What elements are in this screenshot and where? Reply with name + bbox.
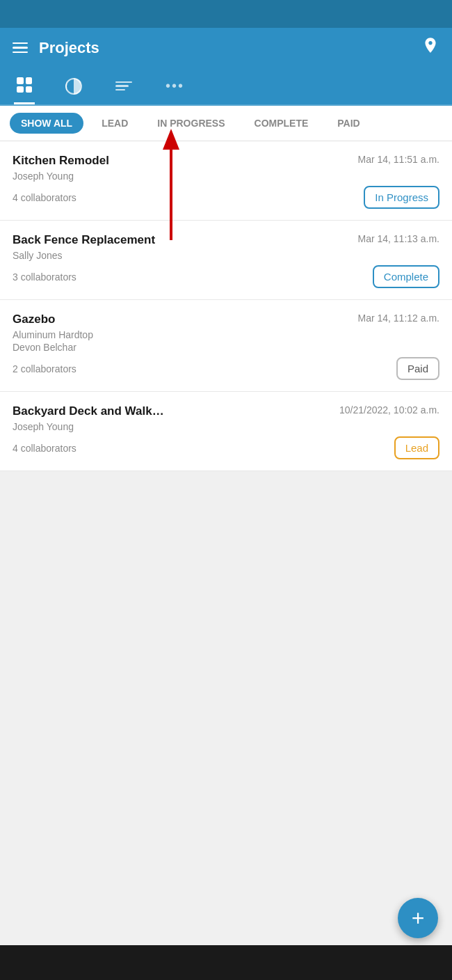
status-badge-paid: Paid: [396, 357, 439, 380]
project-subtitle: Sally Jones: [13, 250, 439, 261]
grid-icon: [17, 77, 32, 93]
project-subtitle-line2: Devon Belchar: [13, 342, 439, 353]
header: Projects: [0, 28, 452, 68]
project-header: Gazebo Mar 14, 11:12 a.m.: [13, 313, 439, 326]
filter-complete[interactable]: COMPLETE: [243, 113, 320, 134]
project-name: Gazebo: [13, 313, 350, 326]
project-footer: 3 collaborators Complete: [13, 265, 439, 288]
filter-in-progress[interactable]: IN PROGRESS: [146, 113, 236, 134]
tab-messages[interactable]: [113, 72, 135, 101]
filter-bar: SHOW ALL LEAD IN PROGRESS COMPLETE PAID: [0, 106, 452, 141]
project-footer: 4 collaborators Lead: [13, 436, 439, 459]
location-icon[interactable]: [421, 36, 439, 59]
project-header: Kitchen Remodel Mar 14, 11:51 a.m.: [13, 154, 439, 168]
project-collaborators: 2 collaborators: [13, 363, 76, 374]
project-header: Backyard Deck and Walk… 10/21/2022, 10:0…: [13, 404, 439, 418]
project-collaborators: 3 collaborators: [13, 271, 76, 283]
project-list: Kitchen Remodel Mar 14, 11:51 a.m. Josep…: [0, 141, 452, 471]
header-left: Projects: [13, 39, 99, 57]
project-time: Mar 14, 11:13 a.m.: [357, 233, 439, 244]
project-subtitle: Joseph Young: [13, 171, 439, 182]
bottom-navigation-bar: [0, 945, 452, 980]
filter-show-all[interactable]: SHOW ALL: [10, 113, 83, 134]
project-footer: 4 collaborators In Progress: [13, 186, 439, 209]
add-project-fab[interactable]: +: [398, 898, 438, 938]
project-header: Back Fence Replacement Mar 14, 11:13 a.m…: [13, 233, 439, 247]
project-card-backyard-deck[interactable]: Backyard Deck and Walk… 10/21/2022, 10:0…: [0, 392, 452, 471]
project-time: Mar 14, 11:51 a.m.: [357, 154, 439, 165]
project-collaborators: 4 collaborators: [13, 192, 76, 203]
filter-paid[interactable]: PAID: [326, 113, 371, 134]
project-collaborators: 4 collaborators: [13, 443, 76, 454]
project-name: Backyard Deck and Walk…: [13, 404, 332, 418]
tab-grid[interactable]: [14, 68, 35, 104]
tab-more[interactable]: •••: [163, 68, 187, 104]
project-footer: 2 collaborators Paid: [13, 357, 439, 380]
hamburger-menu-button[interactable]: [13, 42, 28, 54]
project-card-back-fence[interactable]: Back Fence Replacement Mar 14, 11:13 a.m…: [0, 221, 452, 300]
status-badge-complete: Complete: [373, 265, 439, 288]
project-time: Mar 14, 11:12 a.m.: [357, 313, 439, 324]
tab-bar: •••: [0, 68, 452, 106]
status-badge-in-progress: In Progress: [364, 186, 439, 209]
project-time: 10/21/2022, 10:02 a.m.: [339, 404, 439, 416]
project-subtitle-line1: Aluminum Hardtop: [13, 329, 439, 340]
project-card-kitchen-remodel[interactable]: Kitchen Remodel Mar 14, 11:51 a.m. Josep…: [0, 141, 452, 221]
project-name: Back Fence Replacement: [13, 233, 350, 247]
status-badge-lead: Lead: [394, 436, 439, 459]
filter-lead[interactable]: LEAD: [90, 113, 139, 134]
project-card-gazebo[interactable]: Gazebo Mar 14, 11:12 a.m. Aluminum Hardt…: [0, 300, 452, 392]
project-name: Kitchen Remodel: [13, 154, 350, 168]
halfmoon-icon: [65, 78, 82, 95]
tab-halfmoon[interactable]: [63, 68, 85, 104]
project-subtitle: Joseph Young: [13, 421, 439, 432]
lines-icon: [115, 81, 132, 91]
status-bar: [0, 0, 452, 28]
page-title: Projects: [39, 39, 99, 57]
